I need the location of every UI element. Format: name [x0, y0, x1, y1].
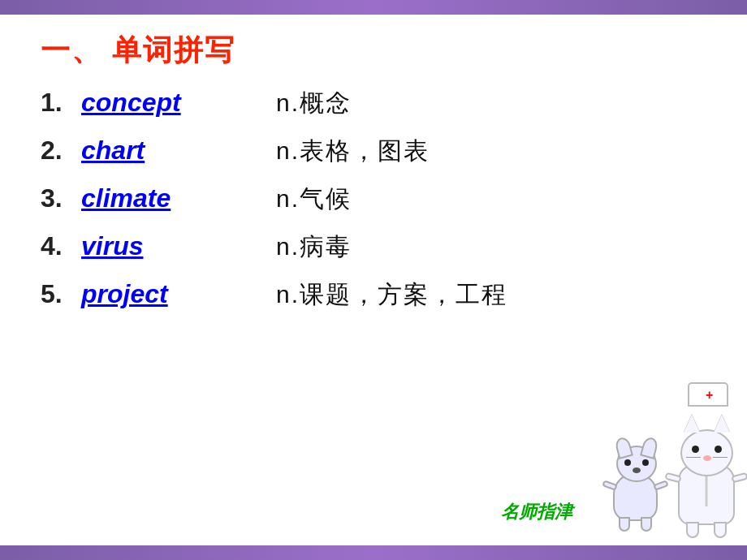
nurse-hat-cross: +: [706, 388, 713, 403]
vocab-item: 4.virusn.病毒: [41, 230, 706, 264]
dog-arm-left: [602, 480, 618, 491]
item-word-2: chart: [81, 136, 260, 166]
item-number-2: 2.: [41, 136, 81, 166]
cartoon-area: +: [576, 399, 739, 529]
vocab-item: 5.projectn.课题，方案，工程: [41, 278, 706, 312]
item-definition-5: n.课题，方案，工程: [276, 278, 507, 312]
top-border: [0, 0, 747, 15]
item-number-1: 1.: [41, 88, 81, 118]
item-number-5: 5.: [41, 279, 81, 309]
vocab-list: 1.conceptn.概念2.chartn.表格，图表3.climaten.气候…: [41, 87, 706, 312]
watermark-label: 名师指津: [501, 502, 572, 522]
dog-character: [613, 472, 658, 521]
vocab-item: 3.climaten.气候: [41, 183, 706, 216]
dog-ear-left: [614, 436, 633, 459]
cat-whisker-right: [713, 457, 728, 458]
dog-arm-right: [653, 480, 669, 491]
item-word-5: project: [81, 279, 260, 309]
section-title: 一、 单词拼写: [41, 31, 706, 71]
cat-head: +: [680, 429, 733, 476]
nurse-hat: +: [688, 382, 728, 407]
watermark-area: 名师指津: [501, 500, 572, 524]
item-word-1: concept: [81, 88, 260, 118]
vocab-item: 1.conceptn.概念: [41, 87, 706, 120]
dog-body: [613, 472, 658, 521]
cat-eye-left: [692, 446, 699, 453]
cat-arm-right: [731, 472, 747, 484]
dog-nose: [633, 467, 641, 473]
cat-ear-right: [714, 415, 730, 433]
item-number-4: 4.: [41, 231, 81, 261]
dog-leg-left: [619, 517, 630, 532]
cat-body: +: [678, 464, 735, 525]
item-word-4: virus: [81, 231, 260, 261]
dog-eye-right: [642, 459, 649, 466]
cat-character: +: [678, 464, 735, 525]
cat-leg-right: [714, 522, 727, 538]
item-definition-3: n.气候: [276, 183, 352, 216]
item-number-3: 3.: [41, 183, 81, 213]
cat-whisker-left: [686, 457, 701, 458]
cat-outfit-line: [706, 474, 708, 506]
cat-eye-right: [715, 446, 722, 453]
dog-eye-left: [624, 459, 631, 466]
item-definition-1: n.概念: [276, 87, 352, 120]
item-word-3: climate: [81, 183, 260, 213]
item-definition-2: n.表格，图表: [276, 135, 430, 168]
dog-leg-right: [641, 517, 652, 532]
vocab-item: 2.chartn.表格，图表: [41, 135, 706, 168]
dog-head: [616, 446, 657, 482]
item-definition-4: n.病毒: [276, 230, 352, 264]
cat-nose: [703, 455, 711, 461]
dog-ear-right: [640, 436, 659, 459]
cat-ear-left: [684, 415, 700, 433]
cat-leg-left: [686, 522, 699, 538]
bottom-border: [0, 545, 747, 560]
